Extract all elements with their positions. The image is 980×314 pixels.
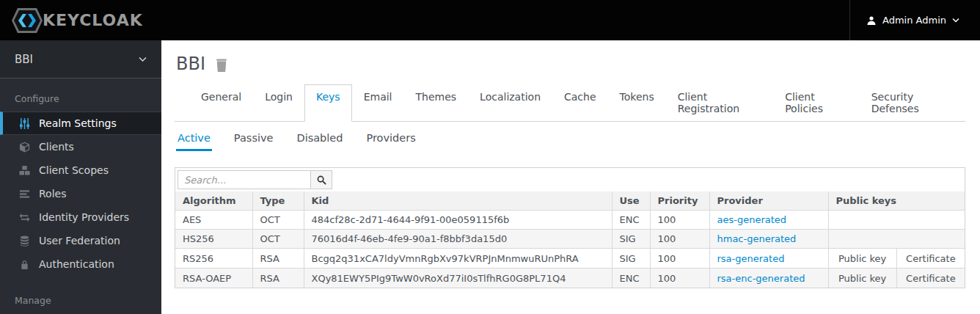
user-icon — [866, 15, 877, 26]
table-header-row: Algorithm Type Kid Use Priority Provider… — [175, 191, 965, 211]
cell-provider: rsa-generated — [709, 249, 828, 269]
top-bar: KEYCLOAK Admin Admin — [0, 0, 980, 40]
delete-realm-button[interactable] — [216, 59, 227, 72]
certificate-button[interactable]: Certificate — [896, 249, 965, 268]
cell-algorithm: RSA-OAEP — [175, 269, 252, 288]
certificate-button[interactable]: Certificate — [896, 269, 965, 288]
realm-selector-label: BBI — [15, 53, 33, 66]
sidebar-item-client-scopes[interactable]: Client Scopes — [0, 158, 161, 182]
cell-priority: 100 — [650, 211, 709, 230]
cell-use: ENC — [612, 211, 650, 230]
tab-security-defenses[interactable]: Security Defenses — [860, 84, 965, 122]
cell-use: ENC — [612, 269, 650, 288]
sidebar-item-realm-settings[interactable]: Realm Settings — [0, 112, 161, 135]
tab-keys[interactable]: Keys — [304, 84, 352, 122]
page-title: BBI — [176, 54, 205, 74]
col-header-use: Use — [612, 191, 650, 211]
public-key-button[interactable]: Public key — [829, 269, 896, 288]
search-input[interactable] — [178, 170, 311, 189]
tab-themes[interactable]: Themes — [404, 84, 469, 122]
tab-client-policies[interactable]: Client Policies — [773, 84, 860, 122]
sidebar-item-label: Identity Providers — [39, 211, 129, 223]
cell-type: RSA — [252, 269, 304, 288]
col-header-type: Type — [252, 191, 304, 211]
lock-icon — [18, 258, 30, 270]
cube-icon — [18, 141, 30, 153]
provider-link[interactable]: rsa-generated — [717, 253, 785, 264]
cell-provider: aes-generated — [709, 211, 828, 230]
sidebar: BBI Configure Realm Settings — [0, 40, 161, 314]
search-icon — [317, 175, 326, 185]
cell-use: SIG — [612, 230, 650, 249]
subtab-disabled[interactable]: Disabled — [295, 125, 344, 151]
subtab-active[interactable]: Active — [176, 125, 212, 151]
provider-link[interactable]: rsa-enc-generated — [717, 273, 805, 284]
database-icon — [18, 235, 30, 247]
sidebar-item-label: Realm Settings — [39, 117, 117, 129]
subtab-passive[interactable]: Passive — [233, 125, 275, 151]
cell-public-keys — [828, 211, 965, 230]
keycloak-logo[interactable]: KEYCLOAK — [0, 5, 143, 36]
table-row: RSA-OAEP RSA XQy81EWY5PIg9TwW0vRoXd77iI0… — [175, 269, 965, 288]
chevron-down-icon — [952, 18, 959, 23]
exchange-icon — [18, 211, 30, 223]
sliders-icon — [18, 117, 30, 129]
brand-wordmark: KEYCLOAK — [43, 11, 143, 29]
realm-selector[interactable]: BBI — [0, 40, 161, 78]
sidebar-nav: Realm Settings Clients C — [0, 112, 161, 276]
provider-link[interactable]: hmac-generated — [717, 233, 797, 244]
tab-login[interactable]: Login — [253, 84, 304, 122]
cell-kid: 76016d4f-46eb-4fe9-90a1-f8bbf3da15d0 — [304, 230, 612, 249]
sidebar-item-authentication[interactable]: Authentication — [0, 252, 161, 276]
public-key-button[interactable]: Public key — [829, 249, 896, 268]
tab-tokens[interactable]: Tokens — [608, 84, 666, 122]
cell-public-keys: Public key Certificate — [828, 269, 965, 288]
cell-provider: rsa-enc-generated — [709, 269, 828, 288]
sidebar-item-identity-providers[interactable]: Identity Providers — [0, 205, 161, 229]
sidebar-item-clients[interactable]: Clients — [0, 135, 161, 158]
tab-localization[interactable]: Localization — [468, 84, 552, 122]
cell-use: SIG — [612, 249, 650, 269]
cell-public-keys: Public key Certificate — [828, 249, 965, 269]
sidebar-item-roles[interactable]: Roles — [0, 182, 161, 205]
sidebar-item-label: Client Scopes — [39, 164, 109, 176]
cell-type: OCT — [252, 211, 304, 230]
sidebar-item-label: Roles — [39, 188, 66, 200]
col-header-algorithm: Algorithm — [175, 191, 252, 211]
tab-general[interactable]: General — [189, 84, 253, 122]
table-row: AES OCT 484cf28c-2d71-4644-9f91-00e05911… — [175, 211, 965, 230]
keys-table: Algorithm Type Kid Use Priority Provider… — [175, 191, 965, 288]
user-menu[interactable]: Admin Admin — [849, 0, 980, 40]
col-header-priority: Priority — [650, 191, 709, 211]
table-toolbar — [175, 168, 965, 191]
realm-tabs: General Login Keys Email Themes Localiza… — [175, 84, 965, 122]
sidebar-item-label: Clients — [39, 141, 74, 153]
subtab-providers[interactable]: Providers — [365, 125, 417, 151]
col-header-kid: Kid — [304, 191, 612, 211]
tab-email[interactable]: Email — [352, 84, 404, 122]
sidebar-item-label: User Federation — [39, 235, 120, 247]
keys-table-panel: Algorithm Type Kid Use Priority Provider… — [175, 167, 965, 288]
provider-link[interactable]: aes-generated — [717, 214, 787, 225]
cell-priority: 100 — [650, 269, 709, 288]
tab-cache[interactable]: Cache — [552, 84, 608, 122]
cell-priority: 100 — [650, 230, 709, 249]
tab-client-registration[interactable]: Client Registration — [666, 84, 773, 122]
keys-subtabs: Active Passive Disabled Providers — [175, 125, 965, 151]
table-row: RS256 RSA Bcgq2q31xCA7ldyVmnRgbXv97kVRPJ… — [175, 249, 965, 269]
cell-provider: hmac-generated — [709, 230, 828, 249]
cell-type: RSA — [252, 249, 304, 269]
chevron-down-icon — [139, 56, 147, 62]
table-row: HS256 OCT 76016d4f-46eb-4fe9-90a1-f8bbf3… — [175, 230, 965, 249]
cell-algorithm: RS256 — [175, 249, 252, 269]
cell-public-keys — [828, 230, 965, 249]
cell-priority: 100 — [650, 249, 709, 269]
cell-kid: XQy81EWY5PIg9TwW0vRoXd77iI0sTlfhRG0G8PL7… — [304, 269, 612, 288]
sidebar-item-user-federation[interactable]: User Federation — [0, 229, 161, 252]
search-button[interactable] — [311, 170, 332, 189]
cell-kid: Bcgq2q31xCA7ldyVmnRgbXv97kVRPJnMnmwuRUnP… — [304, 249, 612, 269]
user-menu-label: Admin Admin — [882, 15, 946, 26]
trash-icon — [216, 59, 227, 72]
sidebar-section-configure: Configure — [0, 78, 161, 112]
keycloak-logo-icon — [10, 5, 44, 36]
